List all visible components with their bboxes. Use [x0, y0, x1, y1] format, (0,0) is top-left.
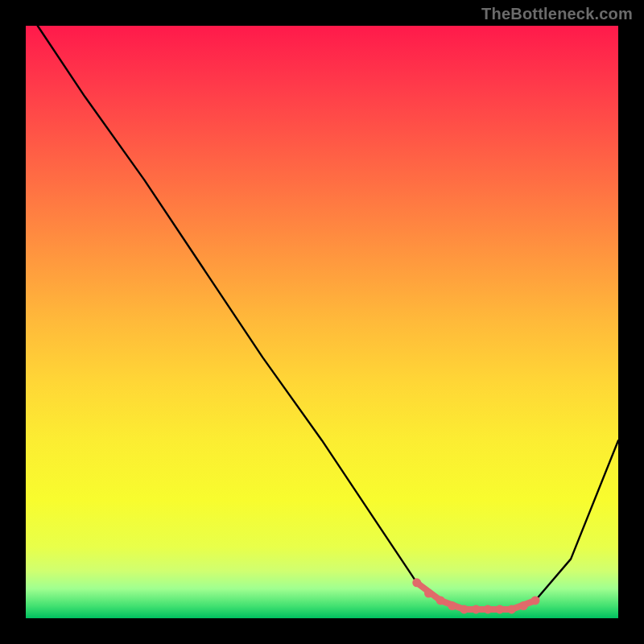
watermark-text: TheBottleneck.com [481, 5, 633, 23]
valley-dot [448, 601, 456, 610]
valley-dot [436, 596, 445, 605]
valley-dot [472, 605, 481, 613]
valley-dot [519, 601, 528, 610]
valley-dot [495, 605, 504, 613]
valley-dot [507, 605, 516, 613]
valley-highlight-dots [412, 578, 539, 613]
valley-dot [530, 596, 539, 605]
valley-dot [460, 605, 469, 613]
valley-dot [484, 605, 493, 613]
valley-dot [424, 589, 433, 598]
chart-overlay-svg [26, 26, 618, 618]
valley-dot [412, 578, 421, 587]
bottleneck-curve [38, 26, 618, 609]
chart-stage: TheBottleneck.com [0, 0, 644, 644]
